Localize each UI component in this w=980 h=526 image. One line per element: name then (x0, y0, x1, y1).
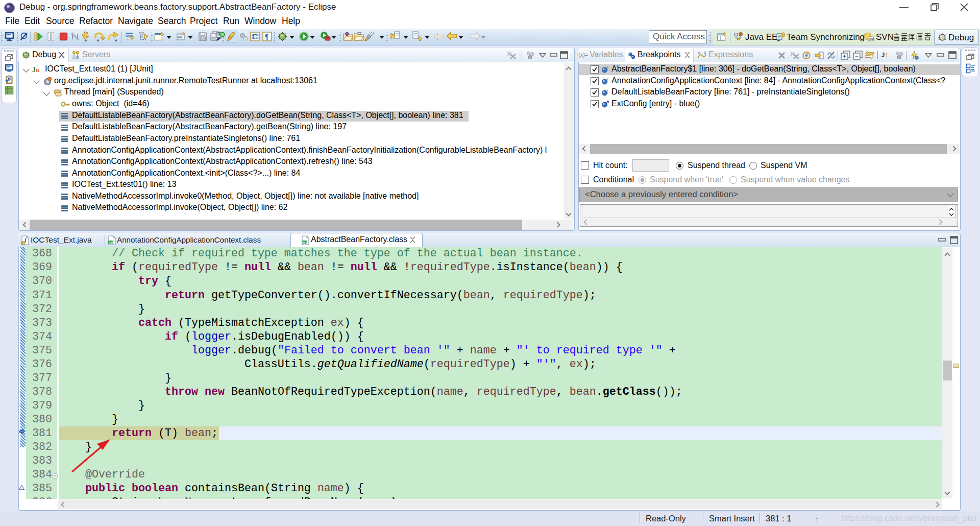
svg-text:SVN: SVN (869, 37, 874, 41)
svg-text:¶: ¶ (265, 33, 269, 41)
svg-text:010: 010 (302, 241, 308, 245)
svg-text:010: 010 (109, 241, 114, 245)
svg-text:!: ! (885, 52, 889, 59)
svg-text:J: J (32, 66, 36, 74)
svg-text:(x)=: (x)= (578, 52, 588, 58)
svg-text:u: u (36, 66, 39, 74)
svg-text:!: ! (22, 242, 23, 245)
